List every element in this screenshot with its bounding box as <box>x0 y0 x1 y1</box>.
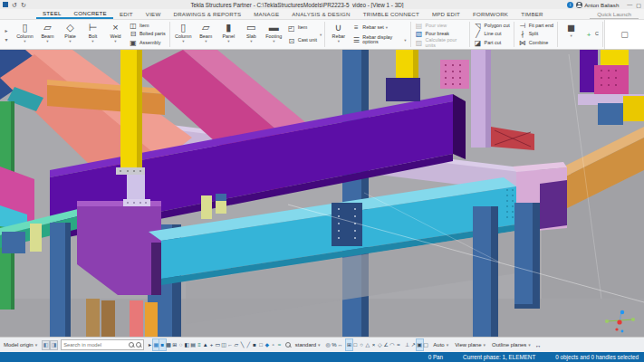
ribbon-button-beam[interactable]: ▱Beam▾ <box>36 21 59 48</box>
ribbon-button-column[interactable]: ▯Column▾ <box>172 21 195 48</box>
search-icon[interactable] <box>129 342 134 348</box>
selection-switches-4[interactable]: ⊞ <box>171 339 178 350</box>
model-origin-dropdown[interactable]: Model origin ▾ <box>2 341 39 348</box>
tab-manage[interactable]: MANAGE <box>247 9 285 19</box>
search-input[interactable] <box>63 342 127 348</box>
resize-arrow-icon[interactable]: ↔ <box>535 342 542 348</box>
selection-switches-9[interactable]: ▲ <box>202 339 208 350</box>
ribbon-button-panel[interactable]: ▮Panel▾ <box>217 21 240 48</box>
snap-switches-7[interactable]: ◠ <box>389 339 396 350</box>
mid-switches-1[interactable]: % <box>331 339 337 350</box>
ribbon-button-line-cut[interactable]: ╱Line cut <box>472 30 512 38</box>
selection-switches-12[interactable]: ◫ <box>221 339 227 350</box>
model-ygreen-stub[interactable] <box>30 224 42 252</box>
restore-button[interactable]: ▢ <box>636 2 641 8</box>
origin-mini-buttons-1[interactable]: ◨ <box>50 340 58 350</box>
selection-switches-11[interactable]: ▭ <box>215 339 221 350</box>
tab-steel[interactable]: STEEL <box>36 9 68 19</box>
post-snap-switches-2[interactable]: ▣ <box>417 339 423 350</box>
model-stub-1[interactable] <box>201 195 212 219</box>
tab-mpd-edit[interactable]: MPD EDIT <box>426 9 466 19</box>
post-snap-switches-0[interactable]: ⊥ <box>404 339 410 350</box>
ribbon-button-plate[interactable]: ◇Plate▾ <box>59 21 82 48</box>
model-orange-strip[interactable] <box>145 302 158 337</box>
model-view[interactable] <box>0 50 644 337</box>
snap-switches-8[interactable]: ≈ <box>395 339 401 350</box>
ribbon-button-weld[interactable]: ×Weld▾ <box>104 21 127 48</box>
selection-switches-1[interactable]: ▦ <box>153 339 159 350</box>
auto-dropdown[interactable]: Auto ▾ <box>431 341 450 348</box>
tab-trimble-connect[interactable]: TRIMBLE CONNECT <box>357 9 426 19</box>
model-tan-strip-1[interactable] <box>86 299 100 337</box>
model-blue-column-a[interactable] <box>50 223 71 337</box>
model-tan-strip-2[interactable] <box>101 300 115 337</box>
snap-switches-1[interactable]: □ <box>352 339 359 350</box>
selection-switches-0[interactable]: ▸ <box>147 339 153 350</box>
mid-switches-0[interactable]: ◎ <box>325 339 332 350</box>
post-snap-switches-1[interactable]: ↗ <box>410 339 417 350</box>
snap-switches-4[interactable]: × <box>370 339 377 350</box>
outline-planes-dropdown[interactable]: Outline planes ▾ <box>490 341 533 348</box>
ribbon-button-assembly[interactable]: ▣Assembly <box>127 39 168 47</box>
ribbon-button-cast-unit[interactable]: ⊡Cast unit <box>285 37 319 45</box>
ribbon-button-beam[interactable]: ▱Beam▾ <box>195 21 217 48</box>
model-yellow-block-2[interactable] <box>623 96 644 121</box>
ribbon-button-c[interactable]: +C <box>582 31 601 39</box>
ribbon-button-footing[interactable]: ▬Footing▾ <box>263 21 285 48</box>
model-splice-plate[interactable] <box>332 203 362 246</box>
ribbon-button-item[interactable]: ◫Item <box>127 22 168 30</box>
selection-switches-20[interactable]: ▫ <box>270 339 276 350</box>
tab-formwork[interactable]: FORMWORK <box>466 9 514 19</box>
standard-dropdown[interactable]: standard ▾ <box>293 341 322 348</box>
view-plane-dropdown[interactable]: View plane ▾ <box>453 341 487 348</box>
model-pink-bolt-plate[interactable] <box>440 60 469 89</box>
ribbon-button-rebar[interactable]: ∪Rebar▾ <box>327 21 350 48</box>
ribbon-button-rebar-set[interactable]: ≡Rebar set▾ <box>350 24 408 32</box>
post-snap-switches-3[interactable]: ▢ <box>423 339 429 350</box>
ribbon-button-fit-part-end[interactable]: ⊣Fit part end <box>516 22 555 30</box>
selection-switches-15[interactable]: ╲ <box>239 339 245 350</box>
snap-switches-5[interactable]: ◇ <box>377 339 383 350</box>
selection-switches-21[interactable]: ≈ <box>276 339 283 350</box>
selection-switches-17[interactable]: ■ <box>252 339 258 350</box>
snap-switches-2[interactable]: ○ <box>359 339 365 350</box>
selection-switches-3[interactable]: ▩ <box>166 339 172 350</box>
ribbon-button-rebar-display-options[interactable]: ☰Rebar display options▾ <box>350 35 408 45</box>
ribbon-button-component[interactable]: ◼▾ <box>560 21 582 48</box>
info-icon[interactable]: i <box>567 2 573 8</box>
selection-switches-2[interactable]: ■ <box>159 339 166 350</box>
ribbon-button-pour-view[interactable]: ▤Pour view <box>413 22 467 30</box>
selection-switches-18[interactable]: □ <box>258 339 264 350</box>
model-pink-strip[interactable] <box>130 300 143 337</box>
redo-icon[interactable]: ↻ <box>21 1 26 9</box>
ribbon-button-item[interactable]: ◰Item <box>285 24 319 33</box>
user-name[interactable]: Anton Baliash <box>584 2 619 8</box>
zoom-icon[interactable] <box>285 342 291 348</box>
viewport-3d[interactable] <box>0 50 644 337</box>
model-blue-column-d[interactable] <box>514 203 540 309</box>
ribbon-button-combine[interactable]: ⋈Combine <box>516 39 555 47</box>
selection-switches-14[interactable]: ▱ <box>233 339 239 350</box>
user-avatar[interactable] <box>576 2 582 8</box>
tab-analysis-design[interactable]: ANALYSIS & DESIGN <box>285 9 357 19</box>
ribbon-button-calculate-pour-units[interactable]: ▨Calculate pour units <box>413 38 467 48</box>
model-lavender-column[interactable] <box>471 50 491 148</box>
minimize-button[interactable]: — <box>627 2 632 7</box>
origin-mini-buttons-0[interactable]: ◧ <box>42 340 50 350</box>
snap-switches-3[interactable]: △ <box>364 339 370 350</box>
search-filter-icon[interactable] <box>136 342 141 348</box>
model-search[interactable] <box>61 339 144 350</box>
selection-switches-13[interactable]: ← <box>227 339 234 350</box>
ribbon-button-bolt[interactable]: ⊢Bolt▾ <box>82 21 104 48</box>
model-blue-box-left[interactable] <box>2 232 25 253</box>
tab-timber[interactable]: TIMBER <box>514 9 550 19</box>
selection-switches-5[interactable]: ◌ <box>178 339 184 350</box>
selection-switches-16[interactable]: ╱ <box>245 339 252 350</box>
mid-switches-2[interactable]: ↔ <box>337 339 343 350</box>
snap-switches-6[interactable]: ∠ <box>383 339 389 350</box>
undo-icon[interactable]: ↺ <box>12 1 17 9</box>
selection-switches-6[interactable]: ◧ <box>184 339 190 350</box>
model-blue-column-c[interactable] <box>473 206 498 337</box>
tab-view[interactable]: VIEW <box>139 9 168 19</box>
model-yellow-block-tr[interactable] <box>601 50 629 65</box>
